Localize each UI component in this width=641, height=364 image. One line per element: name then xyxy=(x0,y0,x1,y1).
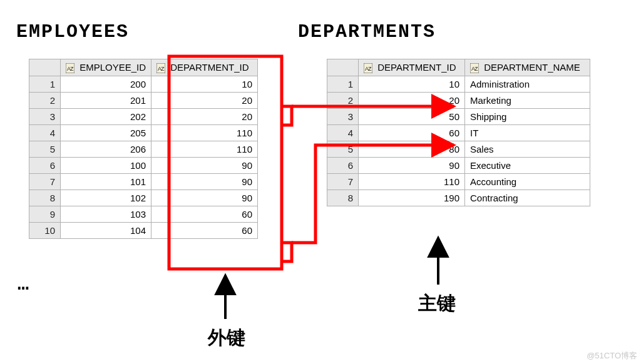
col-department-id: AZ DEPARTMENT_ID xyxy=(359,59,465,76)
cell-department-id: 60 xyxy=(151,206,258,223)
rownum: 7 xyxy=(29,174,61,190)
col-employee-id: AZ EMPLOYEE_ID xyxy=(61,59,151,76)
cell-department-id: 110 xyxy=(151,125,258,141)
table-row: 120010 xyxy=(29,76,258,93)
cell-department-id: 20 xyxy=(151,109,258,125)
cell-dept-name: Contracting xyxy=(465,190,590,206)
rownum: 9 xyxy=(29,206,61,223)
table-row: 690Executive xyxy=(327,158,590,174)
rownum: 2 xyxy=(327,93,359,109)
table-row: 5206110 xyxy=(29,141,258,158)
cell-employee-id: 101 xyxy=(61,174,151,190)
rownum: 10 xyxy=(29,223,61,239)
ellipsis: … xyxy=(18,274,29,295)
column-type-icon: AZ xyxy=(66,63,74,73)
table-row: 610090 xyxy=(29,158,258,174)
rownum: 5 xyxy=(327,141,359,158)
column-type-icon: AZ xyxy=(470,63,479,73)
table-row: 220120 xyxy=(29,93,258,109)
rownum-header xyxy=(29,59,61,76)
cell-dept-name: Shipping xyxy=(465,109,590,125)
rownum: 2 xyxy=(29,93,61,109)
rownum: 1 xyxy=(29,76,61,93)
cell-employee-id: 200 xyxy=(61,76,151,93)
cell-employee-id: 205 xyxy=(61,125,151,141)
cell-dept-id: 90 xyxy=(359,158,465,174)
col-employee-id-label: EMPLOYEE_ID xyxy=(79,62,146,73)
cell-dept-id: 80 xyxy=(359,141,465,158)
cell-employee-id: 100 xyxy=(61,158,151,174)
col-department-id-label: DEPARTMENT_ID xyxy=(377,62,456,73)
col-department-name: AZ DEPARTMENT_NAME xyxy=(465,59,590,76)
col-department-id: AZ DEPARTMENT_ID xyxy=(151,59,258,76)
cell-dept-id: 60 xyxy=(359,125,465,141)
col-department-id-label: DEPARTMENT_ID xyxy=(170,62,249,73)
employees-table: AZ EMPLOYEE_ID AZ DEPARTMENT_ID 120010 2… xyxy=(29,59,258,239)
svg-text:Z: Z xyxy=(70,66,74,72)
cell-dept-id: 50 xyxy=(359,109,465,125)
rownum: 4 xyxy=(327,125,359,141)
cell-dept-id: 110 xyxy=(359,174,465,190)
cell-employee-id: 202 xyxy=(61,109,151,125)
rownum: 3 xyxy=(29,109,61,125)
table-row: 8190Contracting xyxy=(327,190,590,206)
column-type-icon: AZ xyxy=(364,63,372,73)
cell-dept-name: IT xyxy=(465,125,590,141)
watermark: @51CTO博客 xyxy=(587,350,637,361)
svg-text:Z: Z xyxy=(161,66,165,72)
rownum: 8 xyxy=(29,190,61,206)
table-row: 460IT xyxy=(327,125,590,141)
table-row: 7110Accounting xyxy=(327,174,590,190)
rownum: 3 xyxy=(327,109,359,125)
primary-key-label: 主键 xyxy=(418,291,456,316)
link-emp-60 xyxy=(282,243,292,261)
cell-dept-name: Executive xyxy=(465,158,590,174)
rownum-header xyxy=(327,59,359,76)
departments-table: AZ DEPARTMENT_ID AZ DEPARTMENT_NAME 110A… xyxy=(327,59,590,206)
rownum: 6 xyxy=(29,158,61,174)
table-row: 710190 xyxy=(29,174,258,190)
rownum: 4 xyxy=(29,125,61,141)
cell-dept-name: Accounting xyxy=(465,174,590,190)
cell-dept-name: Sales xyxy=(465,141,590,158)
cell-employee-id: 206 xyxy=(61,141,151,158)
col-department-name-label: DEPARTMENT_NAME xyxy=(484,62,580,73)
rownum: 5 xyxy=(29,141,61,158)
cell-dept-id: 10 xyxy=(359,76,465,93)
table-row: 220Marketing xyxy=(327,93,590,109)
table-row: 1010460 xyxy=(29,223,258,239)
cell-dept-name: Marketing xyxy=(465,93,590,109)
employees-title: EMPLOYEES xyxy=(16,21,129,43)
rownum: 7 xyxy=(327,174,359,190)
cell-dept-name: Administration xyxy=(465,76,590,93)
cell-employee-id: 104 xyxy=(61,223,151,239)
column-type-icon: AZ xyxy=(156,63,165,73)
cell-employee-id: 103 xyxy=(61,206,151,223)
table-row: 580Sales xyxy=(327,141,590,158)
table-header-row: AZ EMPLOYEE_ID AZ DEPARTMENT_ID xyxy=(29,59,258,76)
table-row: 4205110 xyxy=(29,125,258,141)
table-row: 810290 xyxy=(29,190,258,206)
svg-text:Z: Z xyxy=(368,66,372,72)
table-header-row: AZ DEPARTMENT_ID AZ DEPARTMENT_NAME xyxy=(327,59,590,76)
rownum: 6 xyxy=(327,158,359,174)
rownum: 8 xyxy=(327,190,359,206)
table-row: 350Shipping xyxy=(327,109,590,125)
link-emp-20 xyxy=(282,106,292,125)
cell-department-id: 10 xyxy=(151,76,258,93)
cell-dept-id: 190 xyxy=(359,190,465,206)
table-row: 110Administration xyxy=(327,76,590,93)
cell-department-id: 20 xyxy=(151,93,258,109)
cell-employee-id: 102 xyxy=(61,190,151,206)
cell-department-id: 90 xyxy=(151,174,258,190)
foreign-key-label: 外键 xyxy=(208,325,245,351)
svg-text:Z: Z xyxy=(474,66,478,72)
cell-department-id: 60 xyxy=(151,223,258,239)
rownum: 1 xyxy=(327,76,359,93)
cell-department-id: 110 xyxy=(151,141,258,158)
departments-title: DEPARTMENTS xyxy=(298,21,436,43)
cell-department-id: 90 xyxy=(151,158,258,174)
table-row: 910360 xyxy=(29,206,258,223)
cell-dept-id: 20 xyxy=(359,93,465,109)
cell-department-id: 90 xyxy=(151,190,258,206)
